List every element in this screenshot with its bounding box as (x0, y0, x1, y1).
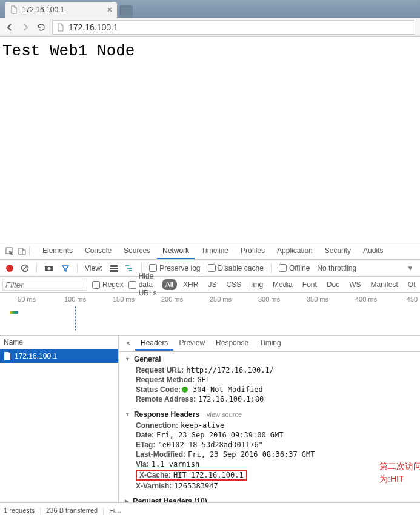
status-requests: 1 requests (4, 507, 35, 514)
filter-type-img[interactable]: Img (247, 279, 267, 290)
devtools-tabbar: ElementsConsoleSourcesNetworkTimelinePro… (0, 243, 420, 260)
timeline-load-line (75, 306, 76, 331)
capture-screenshots-icon[interactable] (44, 265, 54, 272)
clear-button[interactable] (21, 264, 29, 272)
preserve-log-checkbox[interactable]: Preserve log (149, 264, 200, 272)
devtools-panel: ElementsConsoleSourcesNetworkTimelinePro… (0, 243, 420, 518)
page-icon (10, 5, 18, 14)
network-toolbar: View: Preserve log Disable cache Offline… (0, 260, 420, 277)
devtools-tab-timeline[interactable]: Timeline (196, 243, 234, 259)
detail-tab-timing[interactable]: Timing (254, 336, 287, 351)
forward-button[interactable] (21, 22, 30, 32)
filter-type-font[interactable]: Font (299, 279, 321, 290)
offline-checkbox[interactable]: Offline (279, 264, 310, 272)
filter-type-doc[interactable]: Doc (323, 279, 343, 290)
devtools-tab-network[interactable]: Network (157, 243, 195, 259)
separator (29, 246, 30, 256)
file-icon (4, 352, 11, 360)
network-filter-bar: Regex Hide data URLs AllXHRJSCSSImgMedia… (0, 277, 420, 293)
throttling-dropdown[interactable]: No throttling (317, 264, 356, 272)
url-input[interactable]: 172.16.100.1 (52, 20, 415, 35)
header-row: Date: Fri, 23 Sep 2016 09:39:00 GMT (125, 430, 415, 440)
expand-icon: ▶ (125, 498, 129, 502)
header-row: Last-Modified: Fri, 23 Sep 2016 08:36:37… (125, 450, 415, 459)
svg-rect-7 (110, 268, 118, 269)
close-tab-icon[interactable]: × (107, 5, 112, 15)
devtools-tab-application[interactable]: Application (272, 243, 318, 259)
devtools-status-bar: 1 requests | 236 B transferred | Fi… (0, 502, 420, 518)
page-icon (56, 23, 65, 32)
devtools-tab-audits[interactable]: Audits (358, 243, 388, 259)
waterfall-icon[interactable] (125, 265, 134, 272)
reload-button[interactable] (36, 22, 46, 32)
devtools-tab-console[interactable]: Console (79, 243, 117, 259)
tab-title: 172.16.100.1 (22, 5, 64, 14)
network-timeline[interactable]: 50 ms100 ms150 ms200 ms250 ms300 ms350 m… (0, 293, 420, 336)
back-button[interactable] (5, 22, 15, 32)
timeline-tick: 450 (407, 295, 418, 303)
request-headers-header[interactable]: ▶ Request Headers (10) (125, 497, 415, 502)
svg-rect-6 (110, 265, 118, 267)
timeline-tick: 250 ms (210, 295, 232, 303)
devtools-tab-sources[interactable]: Sources (118, 243, 156, 259)
view-source-link[interactable]: view source (207, 411, 242, 418)
device-toggle-icon[interactable] (17, 246, 27, 256)
separator (77, 263, 78, 273)
annotation-text: 第二次访问命中缓存，显示自定义信息为:HIT (379, 460, 420, 485)
close-detail-icon[interactable]: × (122, 339, 134, 348)
general-header[interactable]: ▼ General (125, 355, 415, 363)
general-section: ▼ General Request URL:http://172.16.100.… (119, 352, 420, 407)
page-body: Test Web1 Node (0, 37, 420, 243)
large-rows-icon[interactable] (110, 265, 118, 272)
separator (36, 263, 37, 273)
detail-tab-response[interactable]: Response (210, 336, 254, 351)
disable-cache-checkbox[interactable]: Disable cache (208, 264, 264, 272)
devtools-tab-security[interactable]: Security (319, 243, 356, 259)
timeline-tick: 300 ms (258, 295, 280, 303)
devtools-tab-elements[interactable]: Elements (37, 243, 78, 259)
filter-type-xhr[interactable]: XHR (179, 279, 202, 290)
devtools-tab-profiles[interactable]: Profiles (235, 243, 270, 259)
address-bar: 172.16.100.1 (0, 18, 420, 37)
svg-rect-2 (22, 250, 25, 255)
new-tab-button[interactable] (119, 5, 133, 18)
regex-checkbox[interactable]: Regex (92, 280, 124, 289)
filter-type-all[interactable]: All (162, 279, 177, 290)
browser-tab[interactable]: 172.16.100.1 × (5, 2, 117, 18)
filter-input[interactable] (2, 279, 87, 291)
collapse-icon: ▼ (125, 411, 130, 417)
detail-tabs: × HeadersPreviewResponseTiming (119, 336, 420, 352)
request-list: Name 172.16.100.1 (0, 336, 119, 502)
dropdown-arrow-icon[interactable]: ▼ (407, 264, 414, 272)
view-label: View: (85, 264, 102, 272)
filter-type-js[interactable]: JS (204, 279, 220, 290)
filter-toggle-icon[interactable] (61, 264, 70, 272)
response-headers-header[interactable]: ▼ Response Headers view source (125, 410, 415, 419)
request-row[interactable]: 172.16.100.1 (0, 349, 118, 363)
timeline-tick: 150 ms (113, 295, 135, 303)
request-list-header[interactable]: Name (0, 336, 118, 349)
filter-type-ws[interactable]: WS (345, 279, 364, 290)
timeline-tick: 100 ms (64, 295, 86, 303)
separator (271, 263, 272, 273)
header-row: X-Cache: HIT 172.16.100.1 (125, 469, 415, 481)
status-transferred: 236 B transferred (46, 507, 98, 514)
collapse-icon: ▼ (125, 356, 130, 362)
status-finish: Fi… (109, 507, 121, 514)
svg-rect-11 (129, 270, 132, 271)
timeline-tick: 350 ms (307, 295, 328, 303)
record-button[interactable] (6, 265, 13, 272)
header-row: Via: 1.1 varnish (125, 459, 415, 469)
inspect-element-icon[interactable] (5, 246, 15, 256)
filter-type-media[interactable]: Media (269, 279, 296, 290)
request-headers-section: ▶ Request Headers (10) (119, 494, 420, 502)
filter-type-manifest[interactable]: Manifest (367, 279, 402, 290)
status-dot-icon (182, 387, 188, 393)
detail-tab-headers[interactable]: Headers (135, 336, 173, 351)
filter-type-css[interactable]: CSS (222, 279, 245, 290)
filter-type-ot[interactable]: Ot (404, 279, 419, 290)
page-text: Test Web1 Node (2, 42, 135, 60)
timeline-tick: 200 ms (161, 295, 183, 303)
detail-tab-preview[interactable]: Preview (173, 336, 210, 351)
svg-point-5 (48, 267, 51, 270)
